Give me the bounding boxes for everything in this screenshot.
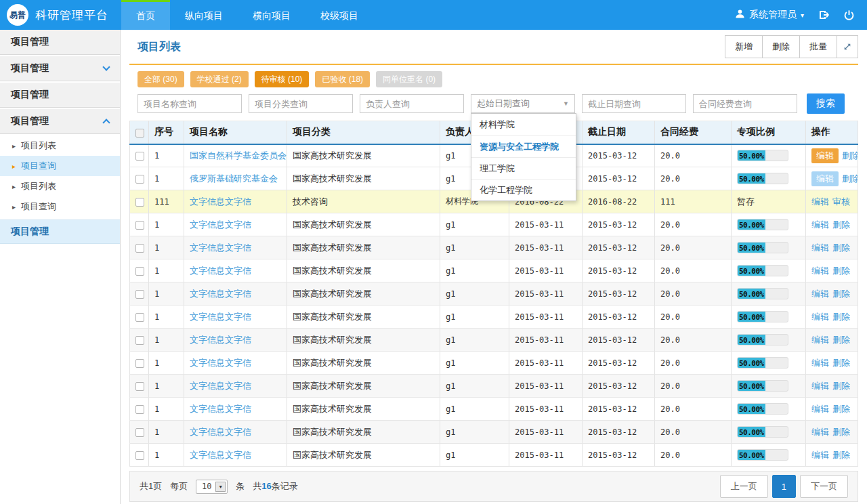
edit-action[interactable]: 编辑 [811,196,829,207]
owner-input[interactable] [360,94,464,113]
delete-action[interactable]: 删除 [832,312,850,322]
toolbar-button[interactable]: 批量 [799,35,837,58]
sidebar-group[interactable]: 项目管理 [0,83,120,108]
filter-chip[interactable]: 学校通过 (2) [190,71,249,87]
row-checkbox[interactable] [135,175,144,184]
dropdown-option[interactable]: 材料学院 [471,114,576,135]
end-date-input[interactable] [582,94,686,113]
sidebar-group[interactable]: 项目管理 [0,30,120,55]
row-checkbox[interactable] [135,359,144,368]
row-checkbox[interactable] [135,451,144,460]
sidebar-group[interactable]: 项目管理 [0,56,120,81]
project-name-link[interactable]: 文字信息文字信 [190,404,251,414]
project-name-link[interactable]: 文字信息文字信 [190,219,251,230]
start-date-select[interactable]: 起始日期查询 ▼ [471,94,575,113]
row-checkbox[interactable] [135,313,144,322]
sidebar-item[interactable]: ▸项目列表 [0,176,120,196]
expand-icon[interactable] [837,35,858,58]
power-icon[interactable] [843,9,855,21]
select-all-checkbox[interactable] [135,129,144,138]
edit-action[interactable]: 编辑 [811,381,829,391]
edit-action[interactable]: 编辑 [811,148,839,163]
edit-action[interactable]: 编辑 [811,312,829,322]
end-date-cell: 2015-03-12 [583,352,655,375]
nav-item[interactable]: 校级项目 [305,0,373,30]
dropdown-option[interactable]: 化学工程学院 [471,179,576,201]
per-page-caret-icon[interactable]: ▼ [215,482,226,492]
user-menu[interactable]: 系统管理员 ▾ [735,9,804,21]
review-action[interactable]: 审核 [832,196,850,207]
row-checkbox[interactable] [135,428,144,437]
filter-chip[interactable]: 全部 (30) [138,71,184,87]
edit-action[interactable]: 编辑 [811,358,829,368]
delete-action[interactable]: 删除 [832,381,850,391]
project-name-link[interactable]: 文字信息文字信 [190,381,251,391]
row-checkbox[interactable] [135,152,144,161]
row-checkbox[interactable] [135,267,144,276]
sidebar-item[interactable]: 项目管理 [0,219,120,244]
project-name-link[interactable]: 俄罗斯基础研究基金会 [190,173,278,184]
nav-item[interactable]: 纵向项目 [170,0,238,30]
project-name-link[interactable]: 文字信息文字信 [190,289,251,299]
row-checkbox[interactable] [135,290,144,299]
search-button[interactable]: 搜索 [807,93,845,114]
project-name-link[interactable]: 文字信息文字信 [190,358,251,368]
delete-action[interactable]: 删除 [832,266,850,276]
nav-item[interactable]: 首页 [121,0,170,30]
edit-action[interactable]: 编辑 [811,243,829,253]
filter-chip[interactable]: 待审核 (10) [255,71,310,87]
dropdown-option[interactable]: 资源与安全工程学院 [471,135,576,157]
toolbar-button[interactable]: 新增 [725,35,763,58]
edit-action[interactable]: 编辑 [811,266,829,276]
project-name-link[interactable]: 文字信息文字信 [190,266,251,276]
prev-page-button[interactable]: 上一页 [720,475,768,498]
project-name-link[interactable]: 文字信息文字信 [190,427,251,437]
exit-icon[interactable] [818,9,830,21]
project-name-link[interactable]: 文字信息文字信 [190,243,251,253]
project-name-link[interactable]: 文字信息文字信 [190,196,251,207]
delete-action[interactable]: 删除 [832,358,850,368]
edit-action[interactable]: 编辑 [811,219,829,230]
edit-action[interactable]: 编辑 [811,335,829,345]
row-checkbox[interactable] [135,382,144,391]
row-checkbox[interactable] [135,221,144,230]
dropdown-option[interactable]: 理工学院 [471,157,576,179]
sidebar-item[interactable]: ▸项目查询 [0,156,120,176]
edit-action[interactable]: 编辑 [811,171,839,186]
filter-chip[interactable]: 已验收 (18) [315,71,370,87]
edit-action[interactable]: 编辑 [811,427,829,437]
delete-action[interactable]: 删除 [832,404,850,414]
delete-action[interactable]: 删除 [842,150,858,161]
row-checkbox[interactable] [135,405,144,414]
row-checkbox[interactable] [135,244,144,253]
edit-action[interactable]: 编辑 [811,450,829,460]
current-page-button[interactable]: 1 [772,475,796,498]
project-category-input[interactable] [249,94,353,113]
row-checkbox[interactable] [135,336,144,345]
sidebar-group[interactable]: 项目管理 [0,109,120,134]
nav-item[interactable]: 横向项目 [238,0,305,30]
project-name-input[interactable] [138,94,242,113]
sidebar-item[interactable]: ▸项目查询 [0,196,120,217]
delete-action[interactable]: 删除 [832,243,850,253]
delete-action[interactable]: 删除 [832,335,850,345]
delete-action[interactable]: 删除 [832,289,850,299]
progress-bar: 50.00% [737,426,788,438]
filter-chip[interactable]: 同单位重名 (0) [376,71,442,87]
delete-action[interactable]: 删除 [832,427,850,437]
delete-action[interactable]: 删除 [832,450,850,460]
edit-action[interactable]: 编辑 [811,404,829,414]
per-page-select[interactable]: 10 ▼ [196,480,228,494]
delete-action[interactable]: 删除 [842,173,858,184]
project-name-link[interactable]: 国家自然科学基金委员会 [190,150,287,161]
toolbar-button[interactable]: 删除 [762,35,800,58]
delete-action[interactable]: 删除 [832,219,850,230]
project-name-link[interactable]: 文字信息文字信 [190,335,251,345]
project-name-link[interactable]: 文字信息文字信 [190,450,251,460]
project-name-link[interactable]: 文字信息文字信 [190,312,251,322]
row-checkbox[interactable] [135,198,144,207]
fund-input[interactable] [693,94,797,113]
sidebar-item[interactable]: ▸项目列表 [0,135,120,156]
edit-action[interactable]: 编辑 [811,289,829,299]
next-page-button[interactable]: 下一页 [800,475,848,498]
